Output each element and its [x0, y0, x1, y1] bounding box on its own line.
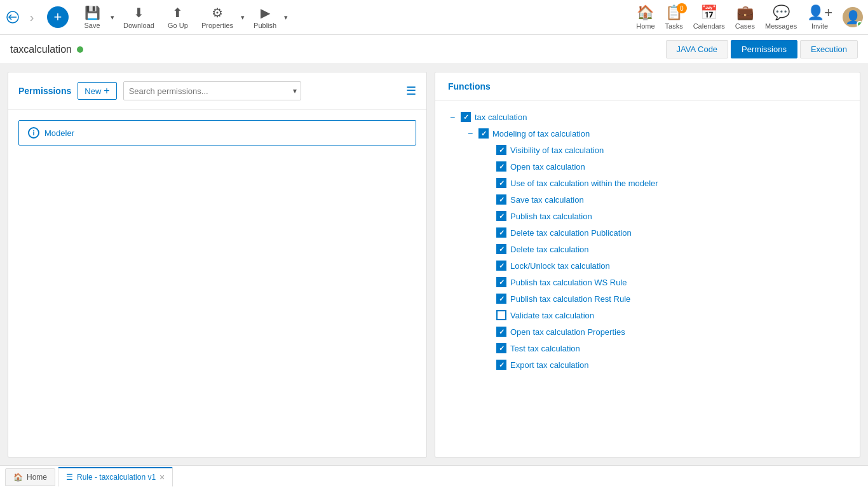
- permission-item-modeler[interactable]: i Modeler: [18, 120, 416, 146]
- tree-text-0[interactable]: tax calculation: [475, 112, 527, 122]
- tree-item-3: ✓Open tax calculation: [484, 158, 847, 175]
- collapse-btn-1[interactable]: −: [466, 129, 475, 138]
- tree-text-11[interactable]: Publish tax calculation Rest Rule: [510, 294, 630, 304]
- properties-label: Properties: [201, 22, 233, 29]
- tab-execution[interactable]: Execution: [800, 40, 858, 58]
- tree-item-1: −✓Modeling of tax calculation: [466, 125, 847, 142]
- properties-dropdown-arrow[interactable]: ▾: [240, 11, 246, 24]
- tree-item-0: −✓tax calculation: [448, 109, 847, 125]
- new-permission-button[interactable]: New +: [78, 82, 116, 100]
- left-panel: Permissions New + ▾ ☰ i Modeler: [8, 72, 427, 458]
- save-button[interactable]: 💾 Save: [76, 3, 108, 32]
- nav-tasks[interactable]: 📋 0 Tasks: [665, 4, 683, 30]
- tree-text-1[interactable]: Modeling of tax calculation: [492, 129, 590, 139]
- checkbox-0[interactable]: ✓: [461, 112, 471, 122]
- checkbox-14[interactable]: ✓: [496, 343, 506, 353]
- goup-icon: ⬆: [172, 5, 183, 20]
- user-avatar[interactable]: 👤: [843, 7, 863, 27]
- publish-button[interactable]: ▶ Publish: [248, 3, 281, 32]
- nav-invite[interactable]: 👤+ Invite: [807, 4, 832, 30]
- save-group: 💾 Save ▾: [76, 3, 116, 32]
- right-panel: Functions −✓tax calculation−✓Modeling of…: [435, 72, 860, 458]
- nav-messages[interactable]: 💬 Messages: [765, 4, 797, 30]
- tree-item-6: ✓Publish tax calculation: [484, 208, 847, 224]
- calendars-label: Calendars: [693, 22, 725, 30]
- permissions-header-label: Permissions: [18, 86, 71, 96]
- rule-tab-label: Rule - taxcalculation v1: [77, 473, 156, 482]
- page-title-tabs: JAVA Code Permissions Execution: [666, 40, 858, 58]
- tree-item-14: ✓Test tax calculation: [484, 340, 847, 356]
- checkbox-3[interactable]: ✓: [496, 161, 506, 172]
- save-dropdown-arrow[interactable]: ▾: [109, 11, 116, 24]
- nav-cases[interactable]: 💼 Cases: [735, 4, 755, 30]
- nav-calendars[interactable]: 📅 Calendars: [693, 4, 725, 30]
- tree-item-5: ✓Save tax calculation: [484, 191, 847, 208]
- perm-info-icon: i: [28, 127, 39, 139]
- checkbox-2[interactable]: ✓: [496, 145, 506, 155]
- checkbox-12[interactable]: [496, 310, 506, 320]
- checkbox-7[interactable]: ✓: [496, 227, 506, 238]
- nav-home[interactable]: 🏠 Home: [636, 4, 654, 30]
- download-icon: ⬇: [133, 5, 144, 20]
- checkbox-11[interactable]: ✓: [496, 294, 506, 304]
- download-button[interactable]: ⬇ Download: [118, 3, 159, 32]
- nav-back-icon[interactable]: [5, 10, 20, 25]
- home-tab-icon: 🏠: [13, 473, 23, 482]
- cases-icon: 💼: [736, 4, 754, 21]
- calendars-icon: 📅: [700, 4, 717, 21]
- search-dropdown-arrow[interactable]: ▾: [289, 86, 301, 95]
- tree-text-5[interactable]: Save tax calculation: [510, 195, 584, 205]
- home-label: Home: [636, 22, 654, 30]
- bottom-tab-rule[interactable]: ☰ Rule - taxcalculation v1 ×: [58, 467, 173, 487]
- checkbox-6[interactable]: ✓: [496, 211, 506, 221]
- publish-dropdown-arrow[interactable]: ▾: [283, 11, 289, 24]
- tree-text-12[interactable]: Validate tax calculation: [510, 311, 594, 320]
- toolbar: › + 💾 Save ▾ ⬇ Download ⬆ Go Up: [0, 0, 868, 35]
- checkbox-13[interactable]: ✓: [496, 327, 506, 337]
- tree-text-8[interactable]: Delete tax calculation: [510, 245, 589, 254]
- nav-forward-icon[interactable]: ›: [24, 10, 39, 25]
- download-label: Download: [123, 22, 154, 29]
- properties-button[interactable]: ⚙ Properties: [196, 3, 238, 32]
- checkbox-5[interactable]: ✓: [496, 194, 506, 205]
- tree-text-13[interactable]: Open tax calculation Properties: [510, 327, 625, 337]
- invite-label: Invite: [811, 22, 828, 30]
- tree-text-3[interactable]: Open tax calculation: [510, 162, 585, 172]
- tree-text-7[interactable]: Delete tax calculation Publication: [510, 228, 632, 238]
- bottom-tab-home[interactable]: 🏠 Home: [5, 468, 55, 486]
- tree-text-6[interactable]: Publish tax calculation: [510, 212, 592, 221]
- tree-text-15[interactable]: Export tax calculation: [510, 360, 589, 370]
- tree-item-11: ✓Publish tax calculation Rest Rule: [484, 290, 847, 307]
- messages-label: Messages: [765, 22, 797, 30]
- tree-text-2[interactable]: Visibility of tax calculation: [510, 146, 604, 155]
- tree-text-4[interactable]: Use of tax calculation within the modele…: [510, 179, 658, 188]
- checkbox-10[interactable]: ✓: [496, 277, 506, 287]
- properties-group: ⚙ Properties ▾: [196, 3, 246, 32]
- collapse-btn-0[interactable]: −: [448, 112, 457, 121]
- tree-text-9[interactable]: Lock/Unlock tax calculation: [510, 261, 610, 271]
- tab-java-code[interactable]: JAVA Code: [666, 40, 729, 58]
- checkbox-8[interactable]: ✓: [496, 244, 506, 254]
- publish-icon: ▶: [261, 5, 270, 20]
- home-icon: 🏠: [637, 4, 654, 21]
- close-tab-icon[interactable]: ×: [159, 472, 165, 482]
- page-title: taxcalculation: [10, 44, 72, 55]
- checkbox-15[interactable]: ✓: [496, 360, 506, 370]
- left-panel-body: i Modeler: [8, 110, 426, 457]
- checkbox-9[interactable]: ✓: [496, 261, 506, 271]
- search-permissions-input[interactable]: [124, 86, 289, 96]
- checkbox-4[interactable]: ✓: [496, 178, 506, 188]
- cases-label: Cases: [735, 22, 755, 30]
- tree-item-10: ✓Publish tax calculation WS Rule: [484, 274, 847, 290]
- tree-text-10[interactable]: Publish tax calculation WS Rule: [510, 278, 627, 287]
- tree-item-12: Validate tax calculation: [484, 307, 847, 323]
- toolbar-actions: 💾 Save ▾ ⬇ Download ⬆ Go Up ⚙: [76, 3, 289, 32]
- add-button[interactable]: +: [47, 6, 69, 28]
- goup-button[interactable]: ⬆ Go Up: [162, 3, 194, 32]
- save-label: Save: [84, 22, 100, 29]
- tree-text-14[interactable]: Test tax calculation: [510, 344, 580, 353]
- list-view-icon[interactable]: ☰: [406, 84, 416, 98]
- checkbox-1[interactable]: ✓: [478, 128, 489, 139]
- status-dot: [77, 46, 83, 53]
- tab-permissions[interactable]: Permissions: [731, 40, 797, 58]
